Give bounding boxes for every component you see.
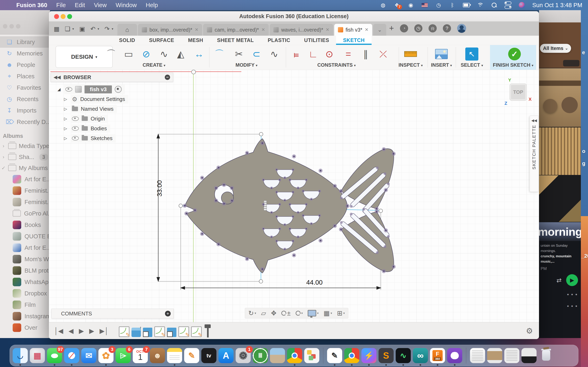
photos-close-button[interactable] [3, 24, 7, 29]
sketch-point-center[interactable] [303, 215, 304, 216]
activate-component-radio[interactable] [115, 86, 122, 93]
screen-record-icon[interactable]: ◉ [407, 2, 414, 8]
sketch-point-center[interactable] [303, 191, 304, 192]
dock-icon-bank[interactable]: Ⅲ [253, 348, 268, 363]
close-tab-icon[interactable]: ✕ [365, 27, 369, 33]
perpendicular-constraint-icon[interactable]: ∟ [305, 48, 321, 60]
new-document-button[interactable]: + [389, 24, 394, 33]
dock-icon-github[interactable] [447, 348, 462, 363]
bluetooth-icon[interactable]: ᛒ [449, 2, 456, 8]
save-icon[interactable]: ▣ [79, 25, 85, 33]
sketch-point-center[interactable] [297, 236, 299, 238]
document-tab[interactable]: cam, imp...overed)*✕ [203, 24, 269, 36]
menu-help[interactable]: Help [146, 2, 158, 8]
album-item[interactable]: Dropbox [0, 288, 50, 299]
sketch-circle-icon[interactable]: ⊘ [138, 48, 154, 60]
dock-icon-trash[interactable] [539, 348, 554, 363]
dimension-width-value[interactable]: 44.00 [306, 279, 323, 286]
dock-icon-contacts[interactable]: ☻ [150, 348, 165, 363]
battery-icon[interactable] [463, 2, 470, 8]
album-item[interactable]: Instagram [0, 310, 50, 322]
album-item[interactable]: GoPro Al... [0, 208, 50, 219]
fillet-icon[interactable]: ⌒ [211, 48, 227, 60]
disclosure-chevron-icon[interactable]: › [1, 143, 6, 149]
screen-mirroring-icon[interactable]: ◍ [380, 2, 387, 8]
dimension-endpoint-handle[interactable] [259, 280, 263, 283]
sketch-point-center[interactable] [306, 179, 307, 180]
sidebar-item-recently-d-[interactable]: ⌦Recently D... [0, 116, 50, 128]
visibility-eye-icon[interactable] [65, 87, 72, 92]
sketch-point-center[interactable] [289, 204, 291, 205]
viewcube[interactable]: TOP [510, 83, 527, 101]
sketch-point-center[interactable] [263, 179, 264, 180]
sketch-palette-tab[interactable]: ◀◀ SKETCH PALETTE [530, 116, 539, 192]
album-group-my-albums[interactable]: ✓My Albums [0, 162, 50, 174]
dock-icon-launchpad[interactable]: ▦ [30, 348, 45, 363]
pan-icon[interactable]: ✥ [271, 309, 277, 317]
constraint-point-center[interactable] [385, 230, 387, 231]
ribbon-tab-surface[interactable]: SURFACE [142, 37, 181, 43]
photo-thumbnail-cardboard-machine[interactable] [539, 68, 581, 127]
measure-icon[interactable] [402, 48, 419, 60]
modify-spline-icon[interactable]: ∿ [266, 48, 282, 60]
constraint-point-center[interactable] [223, 184, 225, 186]
home-tab[interactable]: ⌂ [117, 24, 137, 36]
user-avatar[interactable] [457, 24, 466, 33]
constraint-point-center[interactable] [383, 149, 385, 150]
photo-thumbnail-wood-slats[interactable] [539, 127, 581, 175]
constraint-point-center[interactable] [385, 189, 387, 191]
sketch-canvas[interactable]: 33.00 44.00 [49, 70, 539, 322]
dock-icon-penapp[interactable]: ✎ [327, 348, 342, 363]
constraint-point-center[interactable] [231, 187, 233, 189]
dock-icon-appletv[interactable]: tv [201, 348, 216, 363]
browser-node-document-settings[interactable]: ▷⚙Document Settings [51, 94, 173, 104]
sketch-point-center[interactable] [279, 228, 280, 229]
parallel-constraint-icon[interactable]: ∥ [357, 48, 374, 60]
spotify-more-menu[interactable]: • • • [539, 286, 581, 298]
menu-window[interactable]: Window [116, 2, 137, 8]
close-button[interactable] [54, 14, 59, 19]
constraint-point-center[interactable] [246, 152, 248, 154]
dimension-endpoint-handle[interactable] [259, 132, 263, 136]
photos-minimize-button[interactable] [9, 24, 14, 29]
dock-icon-mail[interactable]: ✉ [81, 348, 96, 363]
spotify-more-menu-2[interactable]: • • • [539, 298, 581, 309]
control-center-icon[interactable] [504, 2, 511, 8]
ribbon-tab-plastic[interactable]: PLASTIC [261, 37, 297, 43]
visibility-eye-icon[interactable] [72, 117, 79, 121]
insert-group-label[interactable]: INSERT ▾ [431, 62, 452, 68]
select-group-label[interactable]: SELECT ▾ [461, 62, 483, 68]
timeline-marker[interactable] [205, 324, 211, 337]
sketch-point-center[interactable] [284, 177, 285, 178]
sketch-point-center[interactable] [292, 240, 294, 242]
constraint-point-center[interactable] [320, 170, 321, 171]
dock-icon-messages[interactable]: ⬬97 [47, 348, 62, 363]
album-group-sha-[interactable]: ›Sha...3 [0, 151, 50, 162]
menu-view[interactable]: View [94, 2, 107, 8]
constraint-point-center[interactable] [320, 240, 321, 242]
sketch-mirror-icon[interactable]: ◭ [173, 48, 189, 60]
menu-edit[interactable]: Edit [75, 2, 85, 8]
album-item[interactable]: BLM prot... [0, 265, 50, 276]
sketch-point-center[interactable] [292, 216, 294, 217]
sketch-point-center[interactable] [306, 228, 307, 229]
undo-icon[interactable]: ↶ [90, 25, 95, 33]
dimension-endpoint-handle[interactable] [179, 204, 182, 208]
dock-icon-photos[interactable]: ✿3 [98, 348, 113, 363]
document-tab[interactable]: waves, i...overed)*✕ [270, 24, 333, 36]
expand-icon[interactable]: ▷ [63, 126, 68, 131]
constraint-point-center[interactable] [293, 156, 295, 157]
constraint-point-center[interactable] [201, 177, 203, 179]
dock-icon-chrome[interactable] [287, 348, 302, 363]
offset-icon[interactable]: ⊂ [248, 48, 265, 60]
sketch-point-center[interactable] [263, 228, 264, 229]
tab-overflow-button[interactable]: ⌄ [373, 24, 386, 36]
browser-node-chip[interactable]: Origin [71, 115, 108, 123]
sketch-point-center[interactable] [289, 228, 291, 229]
constraint-point-center[interactable] [218, 167, 219, 168]
browser-node-bodies[interactable]: ▷Bodies [51, 124, 173, 133]
siri-icon[interactable] [518, 2, 525, 8]
fish-sketch[interactable]: 33.00 44.00 [151, 129, 404, 292]
dock-icon-activity[interactable]: ∿ [396, 348, 411, 363]
disclosure-chevron-icon[interactable]: › [1, 154, 6, 160]
